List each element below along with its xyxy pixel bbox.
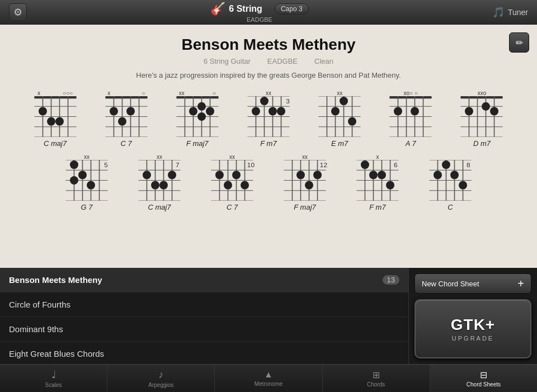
svg-point-99 xyxy=(87,181,95,190)
tab-scales[interactable]: ♩ Scales xyxy=(0,365,107,392)
song-list-item[interactable]: Dominant 9ths xyxy=(0,317,408,342)
tab-chord-sheets[interactable]: ⊟ Chord Sheets xyxy=(430,365,537,392)
chord-em7[interactable]: xx xyxy=(307,89,373,148)
svg-point-34 xyxy=(197,102,206,111)
svg-point-62 xyxy=(348,117,356,126)
svg-point-49 xyxy=(268,107,277,115)
song-list: Benson Meets Metheny 13 Circle of Fourth… xyxy=(0,268,408,364)
tab-chord-sheets-label: Chord Sheets xyxy=(467,381,501,388)
chord-name-fm7: F m7 xyxy=(260,139,276,148)
scales-icon: ♩ xyxy=(51,369,56,381)
new-chord-sheet-button[interactable]: New Chord Sheet + xyxy=(414,273,531,294)
tuning-label: EADGBE xyxy=(267,57,298,65)
bottom-tab-bar: ♩ Scales ♪ Arpeggios ▲ Metronome ⊞ Chord… xyxy=(0,364,537,392)
chord-fm7[interactable]: xx 3 xyxy=(235,89,301,148)
svg-point-139 xyxy=(305,181,313,190)
song-list-item[interactable]: Benson Meets Metheny 13 xyxy=(0,268,408,292)
guitar-name: 6 String xyxy=(229,4,262,14)
gear-button[interactable]: ⚙ xyxy=(9,3,27,21)
svg-point-151 xyxy=(361,160,369,169)
svg-point-72 xyxy=(394,107,402,115)
svg-point-10 xyxy=(47,117,55,126)
tuner-icon: 🎵 xyxy=(492,6,505,18)
capo-badge[interactable]: Capo 3 xyxy=(275,3,309,15)
chord-cmaj7-2[interactable]: xx 7 xyxy=(126,153,193,211)
svg-point-110 xyxy=(143,171,151,179)
svg-point-35 xyxy=(197,112,206,121)
svg-point-21 xyxy=(110,107,118,115)
svg-point-50 xyxy=(277,107,285,115)
svg-point-33 xyxy=(189,107,197,115)
tab-chords-label: Chords xyxy=(367,381,385,388)
tab-arpeggios-label: Arpeggios xyxy=(148,382,173,388)
upgrade-button[interactable]: GTK+ UPGRADE xyxy=(414,299,531,358)
svg-point-98 xyxy=(78,171,87,179)
chord-name-fmaj7: F maj7 xyxy=(186,139,209,148)
song-list-item[interactable]: Circle of Fourths xyxy=(0,292,408,317)
svg-point-9 xyxy=(39,107,47,115)
svg-point-36 xyxy=(206,107,214,115)
svg-point-47 xyxy=(252,107,260,115)
chord-name-cmaj7-2: C maj7 xyxy=(148,203,171,211)
svg-point-113 xyxy=(168,171,176,179)
chord-sheet-area: ✏ Benson Meets Metheny 6 String Guitar E… xyxy=(0,25,537,268)
chord-row-1: x○○○ xyxy=(22,89,515,148)
guitar-icon: 🎸 xyxy=(210,2,225,16)
edit-icon: ✏ xyxy=(516,37,523,48)
svg-rect-0 xyxy=(34,96,76,98)
svg-text:7: 7 xyxy=(176,161,180,169)
chord-name-g7-2: G 7 xyxy=(81,203,93,211)
svg-text:6: 6 xyxy=(394,161,398,169)
chord-fmaj7[interactable]: xx○ xyxy=(164,89,230,148)
svg-rect-24 xyxy=(176,96,218,98)
svg-point-165 xyxy=(434,171,442,179)
tab-chords[interactable]: ⊞ Chords xyxy=(323,365,430,392)
chord-name-c7-2: C 7 xyxy=(227,203,238,211)
svg-point-111 xyxy=(151,181,159,190)
tab-arpeggios[interactable]: ♪ Arpeggios xyxy=(107,365,215,392)
top-bar: ⚙ 🎸 6 String Capo 3 EADGBE 🎵 Tuner xyxy=(0,0,537,25)
right-panel: New Chord Sheet + GTK+ UPGRADE xyxy=(408,268,537,364)
guitar-type: 6 String Guitar xyxy=(204,57,251,65)
svg-point-125 xyxy=(224,181,232,190)
chord-g7[interactable]: xx 5 xyxy=(53,153,120,211)
chords-icon: ⊞ xyxy=(373,370,380,380)
svg-point-127 xyxy=(241,181,249,190)
chord-name-c: C xyxy=(447,203,453,211)
chord-c7[interactable]: x○ xyxy=(93,89,159,148)
chord-fm7-2[interactable]: x 6 xyxy=(344,153,411,211)
chord-dm7[interactable]: xxo xyxy=(449,89,515,148)
plus-icon: + xyxy=(517,277,524,290)
svg-point-112 xyxy=(159,181,168,190)
chord-c[interactable]: 8 C xyxy=(417,153,484,211)
svg-point-61 xyxy=(340,97,348,105)
svg-point-85 xyxy=(490,107,498,115)
chord-cmaj7[interactable]: x○○○ xyxy=(22,89,88,148)
chord-c7-2[interactable]: xx 10 xyxy=(199,153,266,211)
chord-fmaj7-2[interactable]: xx 12 xyxy=(271,153,338,211)
svg-point-97 xyxy=(70,176,78,185)
gear-icon: ⚙ xyxy=(13,6,22,18)
song-item-name: Circle of Fourths xyxy=(9,300,70,309)
chord-name-cmaj7: C maj7 xyxy=(44,139,67,148)
song-list-item[interactable]: Eight Great Blues Chords xyxy=(0,342,408,364)
bottom-section: Benson Meets Metheny 13 Circle of Fourth… xyxy=(0,268,537,364)
song-item-name: Eight Great Blues Chords xyxy=(9,349,104,358)
svg-point-167 xyxy=(450,171,459,179)
svg-point-140 xyxy=(313,171,322,179)
svg-point-48 xyxy=(260,97,268,105)
tab-metronome[interactable]: ▲ Metronome xyxy=(215,365,322,392)
new-chord-sheet-label: New Chord Sheet xyxy=(422,280,479,288)
chord-name-fm7-2: F m7 xyxy=(369,203,385,211)
svg-rect-12 xyxy=(105,96,147,98)
svg-point-83 xyxy=(465,107,473,115)
edit-button[interactable]: ✏ xyxy=(509,32,529,53)
svg-rect-63 xyxy=(390,96,432,98)
chord-row-2: xx 5 xyxy=(22,153,515,211)
guitar-tuning: EADGBE xyxy=(247,16,272,23)
song-title: Benson Meets Metheny xyxy=(22,36,515,54)
svg-point-154 xyxy=(386,181,394,190)
svg-point-96 xyxy=(70,160,78,169)
chord-a7[interactable]: xo○ ○ xyxy=(378,89,444,148)
chord-name-em7: E m7 xyxy=(331,139,348,148)
